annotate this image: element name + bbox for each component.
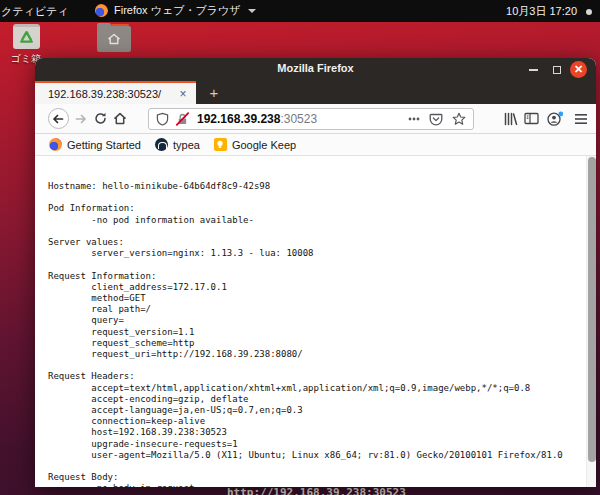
firefox-logo-icon	[49, 138, 62, 151]
sidebar-toggle-button[interactable]	[524, 104, 539, 133]
home-button[interactable]	[112, 104, 128, 133]
url-host: 192.168.39.238	[197, 112, 280, 126]
tab-strip: 192.168.39.238:30523/ × +	[35, 81, 596, 104]
url-bar[interactable]: 192.168.39.238:30523	[148, 108, 474, 130]
hamburger-menu-button[interactable]	[574, 104, 588, 133]
recycle-icon	[18, 30, 35, 46]
google-keep-icon	[214, 138, 227, 151]
vertical-scrollbar[interactable]	[586, 156, 596, 487]
close-window-button[interactable]: ✕	[570, 61, 587, 78]
app-menu-label: Firefox ウェブ・ブラウザ	[114, 3, 240, 18]
clock[interactable]: 10月3日 17:20	[506, 4, 577, 19]
sidebar-icon	[524, 112, 539, 125]
new-tab-button[interactable]: +	[203, 83, 225, 103]
echo-server-output: Hostname: hello-minikube-64b64df8c9-42s9…	[48, 181, 563, 487]
hamburger-menu-icon	[574, 113, 588, 125]
bookmark-label: typea	[173, 139, 200, 151]
typea-favicon-icon	[155, 138, 168, 151]
house-icon	[107, 33, 121, 45]
bookmark-label: Google Keep	[232, 139, 296, 151]
tracking-protection-shield-icon[interactable]	[156, 112, 169, 126]
window-title: Mozilla Firefox	[35, 62, 596, 74]
url-port: :30523	[280, 112, 317, 126]
back-button[interactable]	[46, 104, 70, 133]
scrollbar-thumb[interactable]	[588, 157, 596, 462]
page-content: Hostname: hello-minikube-64b64df8c9-42s9…	[35, 156, 596, 487]
chevron-down-icon	[248, 9, 256, 13]
minimize-button[interactable]	[525, 61, 542, 78]
maximize-button[interactable]	[548, 61, 565, 78]
reload-button[interactable]	[92, 104, 108, 133]
activities-button[interactable]: クティビティ	[1, 4, 69, 19]
reload-icon	[94, 112, 107, 125]
account-icon	[546, 111, 564, 127]
back-arrow-icon	[48, 108, 69, 129]
status-dot-icon	[586, 9, 592, 15]
firefox-window: Mozilla Firefox ✕ 192.168.39.238:30523/ …	[35, 58, 596, 487]
gnome-top-bar: クティビティ Firefox ウェブ・ブラウザ 10月3日 17:20	[0, 0, 600, 22]
bookmark-google-keep[interactable]: Google Keep	[214, 138, 296, 151]
library-button[interactable]	[503, 104, 518, 133]
background-window-url-text: http://192.168.39.238:30523	[227, 486, 406, 495]
library-icon	[503, 112, 518, 126]
home-icon	[113, 112, 127, 125]
bookmark-label: Getting Started	[67, 139, 141, 151]
bookmark-getting-started[interactable]: Getting Started	[49, 138, 141, 151]
navigation-toolbar: 192.168.39.238:30523	[35, 104, 596, 134]
forward-button[interactable]	[73, 104, 89, 133]
account-button[interactable]	[546, 104, 564, 133]
tab-close-icon[interactable]: ×	[175, 86, 191, 102]
bookmarks-toolbar: Getting Started typea Google Keep	[35, 134, 596, 156]
insecure-lock-icon[interactable]	[175, 112, 190, 126]
page-actions-icon[interactable]	[408, 117, 420, 121]
forward-arrow-icon	[75, 113, 87, 125]
url-text[interactable]: 192.168.39.238:30523	[197, 112, 408, 126]
desktop-icon-home-folder[interactable]	[94, 26, 134, 52]
tab-title: 192.168.39.238:30523/	[35, 88, 175, 100]
app-menu-firefox[interactable]: Firefox ウェブ・ブラウザ	[95, 3, 256, 18]
pocket-icon[interactable]	[429, 113, 443, 126]
trash-icon	[13, 24, 40, 49]
tab-active[interactable]: 192.168.39.238:30523/ ×	[35, 81, 196, 104]
firefox-icon	[95, 4, 108, 17]
bookmark-star-icon[interactable]	[452, 112, 466, 126]
home-folder-icon	[97, 26, 131, 52]
window-titlebar[interactable]: Mozilla Firefox ✕	[35, 58, 596, 81]
bookmark-typea[interactable]: typea	[155, 138, 200, 151]
